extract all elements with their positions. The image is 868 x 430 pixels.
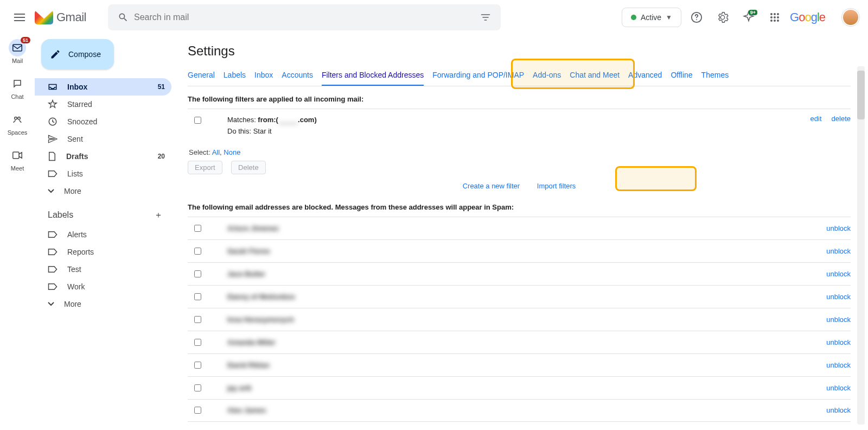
label-icon	[48, 302, 54, 306]
filter-checkbox[interactable]	[194, 117, 201, 124]
compose-button[interactable]: Compose	[41, 39, 114, 69]
label-more[interactable]: More	[35, 295, 171, 313]
unblock-link[interactable]: unblock	[826, 338, 851, 346]
label-icon	[48, 265, 58, 273]
more-icon	[48, 189, 54, 193]
blocked-checkbox[interactable]	[194, 362, 201, 369]
account-avatar[interactable]	[842, 9, 859, 26]
sidebar: Compose Inbox51StarredSnoozedSentDrafts2…	[35, 35, 178, 430]
delete-button[interactable]: Delete	[231, 161, 266, 174]
svg-point-6	[774, 16, 776, 18]
gem-badge: 9+	[749, 10, 757, 15]
search-bar[interactable]	[108, 4, 501, 30]
select-none-link[interactable]: None	[224, 148, 240, 156]
scrollbar-track[interactable]	[857, 66, 865, 425]
blocked-checkbox[interactable]	[194, 248, 201, 255]
unblock-link[interactable]: unblock	[826, 224, 851, 232]
rail-chat[interactable]: Chat	[2, 75, 33, 100]
spaces-icon	[9, 111, 26, 128]
nav-inbox[interactable]: Inbox51	[35, 78, 171, 96]
tab-themes[interactable]: Themes	[701, 65, 729, 86]
tab-accounts[interactable]: Accounts	[282, 65, 313, 86]
unblock-link[interactable]: unblock	[826, 270, 851, 278]
search-options-icon[interactable]	[475, 7, 496, 28]
label-reports[interactable]: Reports	[35, 243, 171, 261]
blocked-checkbox[interactable]	[194, 225, 201, 232]
inbox-icon	[48, 83, 58, 91]
filter-edit-link[interactable]: edit	[810, 115, 822, 123]
search-icon[interactable]	[112, 7, 134, 28]
blocked-checkbox[interactable]	[194, 270, 201, 277]
mail-icon: 51	[9, 39, 26, 56]
svg-point-2	[770, 13, 773, 15]
tab-labels[interactable]: Labels	[224, 65, 246, 86]
import-filters-link[interactable]: Import filters	[537, 182, 576, 190]
settings-tabs: GeneralLabelsInboxAccountsFilters and Bl…	[188, 65, 851, 86]
blocked-name: Amanda Miller	[227, 338, 276, 346]
unblock-link[interactable]: unblock	[826, 384, 851, 392]
tab-forwarding-and-pop-imap[interactable]: Forwarding and POP/IMAP	[432, 65, 524, 86]
nav-label: Inbox	[67, 83, 87, 91]
rail-meet-label: Meet	[11, 165, 24, 172]
blocked-checkbox[interactable]	[194, 384, 201, 391]
blocked-name: Inna Herasymovych	[227, 315, 294, 324]
scrollbar-thumb[interactable]	[857, 71, 865, 119]
label-icon	[48, 248, 58, 256]
tab-inbox[interactable]: Inbox	[254, 65, 273, 86]
create-filter-link[interactable]: Create a new filter	[463, 182, 520, 190]
blocked-name: jay arik	[227, 384, 252, 392]
blocked-row: Sarah Flores unblock	[188, 239, 851, 262]
nav-starred[interactable]: Starred	[35, 96, 171, 113]
nav-label: Sent	[67, 135, 83, 143]
label-work[interactable]: Work	[35, 278, 171, 295]
unblock-link[interactable]: unblock	[826, 406, 851, 414]
unblock-link[interactable]: unblock	[826, 315, 851, 324]
gmail-logo[interactable]: Gmail	[35, 10, 86, 24]
filter-center-actions: Create a new filter Import filters	[188, 182, 851, 190]
nav-more[interactable]: More	[35, 182, 171, 200]
blocked-name: Danny of Motionbox	[227, 293, 295, 301]
hamburger-menu-icon[interactable]	[7, 4, 33, 30]
tab-add-ons[interactable]: Add-ons	[533, 65, 561, 86]
blocked-checkbox[interactable]	[194, 339, 201, 346]
blocked-checkbox[interactable]	[194, 293, 201, 300]
support-icon[interactable]	[686, 7, 707, 28]
nav-sent[interactable]: Sent	[35, 130, 171, 148]
nav-lists[interactable]: Lists	[35, 165, 171, 182]
status-chip[interactable]: Active ▼	[622, 8, 681, 27]
nav-label: Starred	[67, 100, 92, 109]
blocked-row: Danny of Motionbox unblock	[188, 285, 851, 308]
blocked-checkbox[interactable]	[194, 316, 201, 323]
nav-drafts[interactable]: Drafts20	[35, 148, 171, 165]
clock-icon	[48, 117, 58, 127]
settings-gear-icon[interactable]	[712, 7, 733, 28]
blocked-checkbox[interactable]	[194, 407, 201, 414]
label-test[interactable]: Test	[35, 261, 171, 278]
tab-general[interactable]: General	[188, 65, 215, 86]
rail-meet[interactable]: Meet	[2, 147, 33, 172]
export-button[interactable]: Export	[188, 161, 222, 174]
gemini-icon[interactable]: 9+	[738, 7, 760, 28]
status-label: Active	[641, 13, 661, 22]
app-launcher-icon[interactable]	[764, 7, 786, 28]
nav-label: Drafts	[66, 152, 88, 161]
rail-mail[interactable]: 51 Mail	[2, 39, 33, 64]
rail-spaces[interactable]: Spaces	[2, 111, 33, 136]
nav-snoozed[interactable]: Snoozed	[35, 113, 171, 130]
add-label-icon[interactable]: ＋	[152, 208, 165, 222]
tab-offline[interactable]: Offline	[671, 65, 692, 86]
unblock-link[interactable]: unblock	[826, 293, 851, 301]
svg-point-9	[774, 20, 776, 22]
unblock-link[interactable]: unblock	[826, 361, 851, 369]
filter-description: Matches: from:(_____.com) Do this: Star …	[227, 115, 317, 137]
unblock-link[interactable]: unblock	[826, 247, 851, 255]
filter-delete-link[interactable]: delete	[832, 115, 851, 123]
tab-filters-and-blocked-addresses[interactable]: Filters and Blocked Addresses	[322, 65, 424, 86]
label-alerts[interactable]: Alerts	[35, 226, 171, 243]
tab-chat-and-meet[interactable]: Chat and Meet	[570, 65, 620, 86]
tab-advanced[interactable]: Advanced	[628, 65, 662, 86]
search-input[interactable]	[134, 12, 475, 22]
blocked-row: Amanda Miller unblock	[188, 331, 851, 353]
labels-header: Labels ＋	[35, 200, 178, 226]
select-all-link[interactable]: All	[212, 148, 220, 156]
